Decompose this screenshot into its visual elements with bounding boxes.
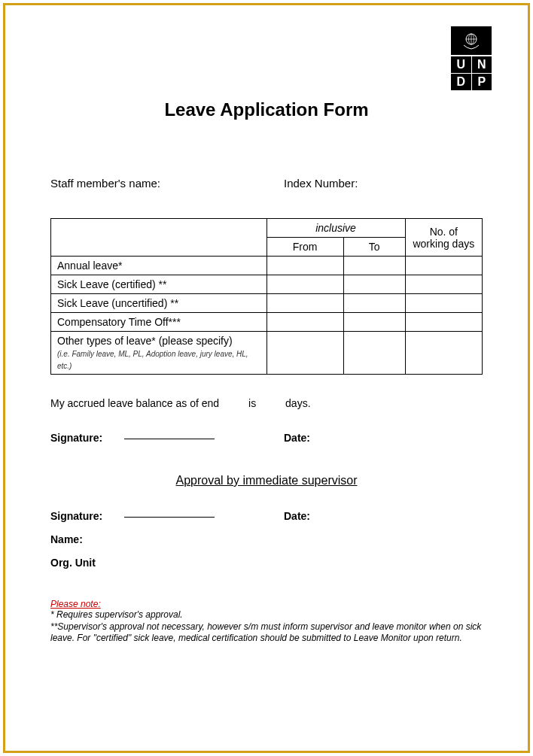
cell-to[interactable]	[343, 294, 405, 313]
other-sublabel: (i.e. Family leave, ML, PL, Adoption lea…	[57, 350, 248, 370]
undp-logo: U N D P	[451, 26, 492, 90]
approval-heading: Approval by immediate supervisor	[50, 474, 483, 487]
staff-fields-row: Staff member's name: Index Number:	[50, 177, 483, 190]
note-section: Please note: * Requires supervisor's app…	[50, 599, 483, 645]
date-label: Date:	[284, 510, 310, 522]
row-cto: Compensatory Time Off***	[51, 313, 267, 332]
leave-table: inclusive No. of working days From To An…	[50, 218, 483, 375]
cell-days[interactable]	[405, 275, 482, 294]
balance-statement: My accrued leave balance as of end is da…	[50, 397, 483, 409]
logo-letter: P	[472, 74, 492, 90]
cell-to[interactable]	[343, 332, 405, 375]
header-blank	[51, 219, 267, 257]
supervisor-signature-row: Signature: Date:	[50, 510, 483, 522]
table-row: Sick Leave (certified) **	[51, 275, 483, 294]
row-other: Other types of leave* (please specify) (…	[51, 332, 267, 375]
note-line-1: * Requires supervisor's approval.	[50, 609, 483, 621]
balance-suffix: days.	[285, 397, 310, 409]
other-label: Other types of leave* (please specify)	[57, 335, 233, 347]
header-from: From	[266, 238, 343, 257]
name-label: Name:	[50, 533, 483, 545]
cell-days[interactable]	[405, 294, 482, 313]
cell-to[interactable]	[343, 257, 405, 275]
form-title: Leave Application Form	[50, 99, 483, 120]
staff-name-label: Staff member's name:	[50, 177, 284, 190]
cell-from[interactable]	[266, 313, 343, 332]
globe-laurel-icon	[461, 30, 482, 51]
cell-days[interactable]	[405, 332, 482, 375]
table-row: Sick Leave (uncertified) **	[51, 294, 483, 313]
signature-label: Signature:	[50, 510, 102, 522]
row-sick-uncert: Sick Leave (uncertified) **	[51, 294, 267, 313]
table-row: Annual leave*	[51, 257, 483, 275]
logo-letter: N	[472, 56, 492, 73]
header-to: To	[343, 238, 405, 257]
table-header-row-1: inclusive No. of working days	[51, 219, 483, 238]
cell-from[interactable]	[266, 294, 343, 313]
row-annual: Annual leave*	[51, 257, 267, 275]
header-inclusive: inclusive	[266, 219, 405, 238]
table-row: Other types of leave* (please specify) (…	[51, 332, 483, 375]
un-emblem-icon	[451, 26, 492, 55]
form-page: U N D P Leave Application Form Staff mem…	[3, 3, 530, 753]
cell-from[interactable]	[266, 275, 343, 294]
cell-to[interactable]	[343, 275, 405, 294]
balance-prefix: My accrued leave balance as of end	[50, 397, 219, 409]
header-days: No. of working days	[405, 219, 482, 257]
table-row: Compensatory Time Off***	[51, 313, 483, 332]
cell-from[interactable]	[266, 257, 343, 275]
org-unit-label: Org. Unit	[50, 557, 483, 569]
undp-letters: U N D P	[451, 56, 492, 90]
cell-to[interactable]	[343, 313, 405, 332]
index-number-label: Index Number:	[284, 177, 483, 190]
note-line-2: **Supervisor's approval not necessary, h…	[50, 621, 483, 645]
logo-letter: U	[451, 56, 471, 73]
logo-letter: D	[451, 74, 471, 90]
signature-label: Signature:	[50, 432, 102, 444]
signature-row: Signature: Date:	[50, 432, 483, 444]
signature-line[interactable]	[124, 517, 215, 518]
note-title: Please note:	[50, 599, 483, 609]
balance-mid: is	[248, 397, 256, 409]
cell-days[interactable]	[405, 313, 482, 332]
cell-days[interactable]	[405, 257, 482, 275]
cell-from[interactable]	[266, 332, 343, 375]
signature-line[interactable]	[124, 439, 215, 439]
row-sick-cert: Sick Leave (certified) **	[51, 275, 267, 294]
date-label: Date:	[284, 432, 310, 444]
